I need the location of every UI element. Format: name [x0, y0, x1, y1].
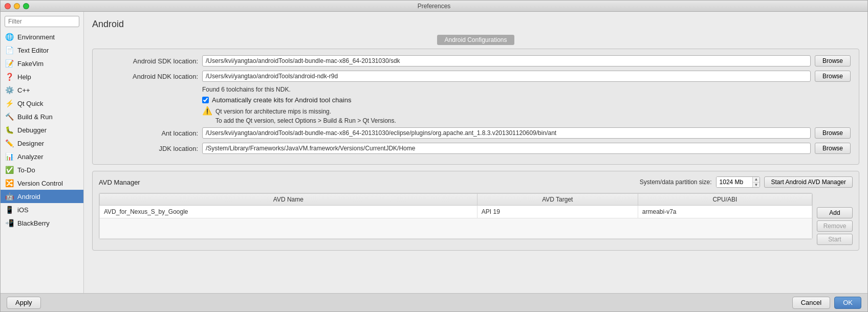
ndk-label: Android NDK location: [101, 73, 198, 80]
auto-kits-checkbox[interactable] [202, 97, 209, 103]
jdk-row: JDK location: Browse [101, 143, 851, 154]
start-avd-side-button[interactable]: Start [817, 234, 853, 245]
filter-input[interactable] [5, 16, 79, 27]
ant-row: Ant location: Browse [101, 127, 851, 139]
jdk-browse-button[interactable]: Browse [815, 143, 851, 154]
partition-spinner: ▲ ▼ [752, 177, 760, 187]
page-title: Android [92, 19, 859, 30]
sidebar-item-label: Version Control [17, 180, 63, 187]
sidebar-item-build-run[interactable]: 🔨 Build & Run [1, 110, 83, 123]
table-row-empty [100, 218, 812, 239]
minimize-button[interactable] [14, 3, 20, 9]
sidebar-item-cpp[interactable]: ⚙️ C++ [1, 83, 83, 97]
sidebar-item-label: C++ [17, 86, 30, 94]
avd-cpu-cell: armeabi-v7a [638, 206, 812, 218]
table-row[interactable]: AVD_for_Nexus_S_by_Google API 19 armeabi… [100, 206, 812, 218]
ndk-input[interactable] [202, 71, 811, 82]
sidebar-item-text-editor[interactable]: 📄 Text Editor [1, 43, 83, 57]
add-avd-button[interactable]: Add [817, 207, 853, 218]
ndk-row: Android NDK location: Browse [101, 71, 851, 82]
sidebar-item-blackberry[interactable]: 📲 BlackBerry [1, 216, 83, 230]
ant-input[interactable] [202, 127, 811, 139]
maximize-button[interactable] [23, 3, 29, 9]
sidebar-item-label: Environment [17, 33, 55, 41]
spin-up-button[interactable]: ▲ [753, 177, 760, 183]
avd-name-cell: AVD_for_Nexus_S_by_Google [100, 206, 478, 218]
window-title: Preferences [418, 3, 451, 10]
warning-icon: ⚠️ [202, 107, 212, 115]
debugger-icon: 🐛 [5, 125, 14, 135]
sdk-row: Android SDK location: Browse [101, 55, 851, 66]
sidebar-item-label: Android [17, 193, 40, 200]
sidebar: 🌐 Environment 📄 Text Editor 📝 FakeVim ❓ … [1, 12, 84, 293]
sidebar-item-label: BlackBerry [17, 219, 50, 227]
text-editor-icon: 📄 [5, 46, 14, 55]
sidebar-item-help[interactable]: ❓ Help [1, 70, 83, 83]
partition-input-wrap: ▲ ▼ [716, 176, 761, 188]
avd-target-cell: API 19 [477, 206, 638, 218]
col-cpu-abi: CPU/ABI [638, 194, 812, 206]
warning-text: Qt version for architecture mips is miss… [215, 107, 396, 125]
sidebar-item-qt-quick[interactable]: ⚡ Qt Quick [1, 97, 83, 110]
partition-label: System/data partition size: [640, 179, 712, 186]
avd-table-and-btns: AVD Name AVD Target CPU/ABI AVD_for_Nexu… [99, 193, 853, 245]
sidebar-items: 🌐 Environment 📄 Text Editor 📝 FakeVim ❓ … [1, 30, 83, 293]
ios-icon: 📱 [5, 205, 14, 214]
main-content: 🌐 Environment 📄 Text Editor 📝 FakeVim ❓ … [1, 12, 867, 293]
auto-kits-row: Automatically create kits for Android to… [202, 96, 851, 104]
title-bar: Preferences [1, 1, 867, 12]
bottom-bar: Apply Cancel OK [1, 293, 867, 311]
sidebar-item-to-do[interactable]: ✅ To-Do [1, 163, 83, 176]
start-avd-button[interactable]: Start Android AVD Manager [764, 176, 853, 188]
sidebar-item-label: Debugger [17, 126, 47, 134]
android-configs-label: Android Configurations [92, 36, 859, 43]
jdk-input[interactable] [202, 143, 811, 154]
cancel-button[interactable]: Cancel [792, 297, 830, 309]
designer-icon: ✏️ [5, 139, 14, 148]
close-button[interactable] [5, 3, 11, 9]
analyzer-icon: 📊 [5, 152, 14, 161]
sidebar-item-label: iOS [17, 206, 29, 214]
avd-title: AVD Manager [99, 179, 140, 186]
sidebar-item-label: FakeVim [17, 60, 44, 68]
bottom-left: Apply [7, 297, 41, 309]
help-icon: ❓ [5, 72, 14, 81]
sidebar-item-debugger[interactable]: 🐛 Debugger [1, 123, 83, 137]
sidebar-item-analyzer[interactable]: 📊 Analyzer [1, 150, 83, 163]
sidebar-item-version-control[interactable]: 🔀 Version Control [1, 176, 83, 190]
sidebar-item-label: Qt Quick [17, 100, 44, 107]
sidebar-item-label: Build & Run [17, 113, 53, 121]
sdk-browse-button[interactable]: Browse [815, 55, 851, 66]
sidebar-item-environment[interactable]: 🌐 Environment [1, 30, 83, 43]
spin-down-button[interactable]: ▼ [753, 183, 760, 188]
to-do-icon: ✅ [5, 165, 14, 174]
sidebar-item-android[interactable]: 🤖 Android [1, 190, 83, 203]
sidebar-item-fakevim[interactable]: 📝 FakeVim [1, 57, 83, 70]
warning-row: ⚠️ Qt version for architecture mips is m… [202, 107, 851, 125]
sidebar-item-label: Help [17, 73, 31, 81]
ndk-browse-button[interactable]: Browse [815, 71, 851, 82]
environment-icon: 🌐 [5, 32, 14, 41]
filter-box[interactable] [5, 16, 79, 27]
sidebar-item-ios[interactable]: 📱 iOS [1, 203, 83, 216]
content-area: Android Android Configurations Android S… [84, 12, 867, 293]
sidebar-item-label: Designer [17, 140, 44, 147]
remove-avd-button[interactable]: Remove [817, 220, 853, 232]
bottom-right: Cancel OK [792, 297, 861, 309]
col-avd-target: AVD Target [477, 194, 638, 206]
ant-browse-button[interactable]: Browse [815, 127, 851, 139]
ant-label: Ant location: [101, 129, 198, 137]
qt-quick-icon: ⚡ [5, 99, 14, 108]
sidebar-item-designer[interactable]: ✏️ Designer [1, 137, 83, 150]
avd-header-right: System/data partition size: ▲ ▼ Start An… [640, 176, 853, 188]
sdk-label: Android SDK location: [101, 57, 198, 65]
col-avd-name: AVD Name [100, 194, 478, 206]
avd-table: AVD Name AVD Target CPU/ABI AVD_for_Nexu… [99, 193, 812, 239]
partition-input[interactable] [717, 177, 752, 187]
preferences-window: Preferences 🌐 Environment 📄 Text Editor … [0, 0, 868, 312]
apply-button[interactable]: Apply [7, 297, 41, 309]
sdk-input[interactable] [202, 55, 811, 66]
window-controls [5, 3, 29, 9]
ok-button[interactable]: OK [834, 297, 861, 309]
auto-kits-label: Automatically create kits for Android to… [212, 96, 351, 104]
